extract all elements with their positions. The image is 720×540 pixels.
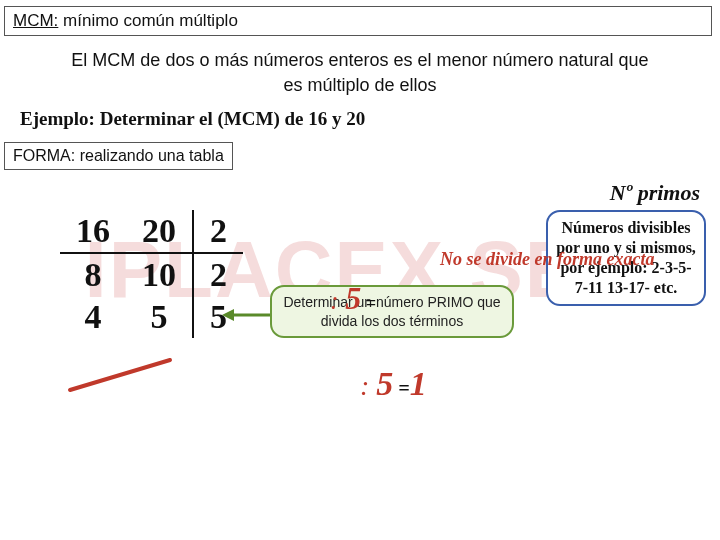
callout-text: Determinar un número PRIMO que divida lo… xyxy=(283,294,500,328)
instruction-callout: Determinar un número PRIMO que divida lo… xyxy=(270,285,514,337)
svg-marker-2 xyxy=(222,309,234,321)
primes-label: Nº primos xyxy=(610,180,700,206)
table-row: 4 5 5 xyxy=(60,296,243,338)
table-row: 16 20 2 xyxy=(60,210,243,253)
definition-text: El MCM de dos o más números enteros es e… xyxy=(60,48,660,98)
div-result: 1 xyxy=(410,365,427,402)
cell-factor: 2 xyxy=(193,253,243,296)
example-heading: Ejemplo: Determinar el (MCM) de 16 y 20 xyxy=(20,108,720,130)
cell-n2: 10 xyxy=(126,253,193,296)
div-eq: = xyxy=(393,377,409,399)
title-box: MCM: mínimo común múltiplo xyxy=(4,6,712,36)
svg-line-0 xyxy=(70,360,170,390)
div-prefix: : xyxy=(360,370,376,401)
cell-n1: 4 xyxy=(60,296,126,338)
work-area: Nº primos Números divisibles por uno y s… xyxy=(0,180,720,480)
cell-n2: 20 xyxy=(126,210,193,253)
title-abbr: MCM: xyxy=(13,11,58,30)
cell-factor: 2 xyxy=(193,210,243,253)
factor-table: 16 20 2 8 10 2 4 5 5 xyxy=(60,210,243,338)
method-box: FORMA: realizando una tabla xyxy=(4,142,233,170)
division-line-1: : 5 = xyxy=(330,280,376,317)
strike-slash-icon xyxy=(60,355,180,395)
div-eq: = xyxy=(361,293,376,313)
div-prefix: : xyxy=(330,286,345,315)
not-exact-note: No se divide en forma exacta xyxy=(440,250,654,270)
cell-n1: 16 xyxy=(60,210,126,253)
table-row: 8 10 2 xyxy=(60,253,243,296)
division-line-2: : 5 =1 xyxy=(360,365,427,403)
cell-n1: 8 xyxy=(60,253,126,296)
div-num: 5 xyxy=(345,280,361,316)
div-num: 5 xyxy=(376,365,393,402)
title-rest: mínimo común múltiplo xyxy=(58,11,238,30)
cell-n2: 5 xyxy=(126,296,193,338)
